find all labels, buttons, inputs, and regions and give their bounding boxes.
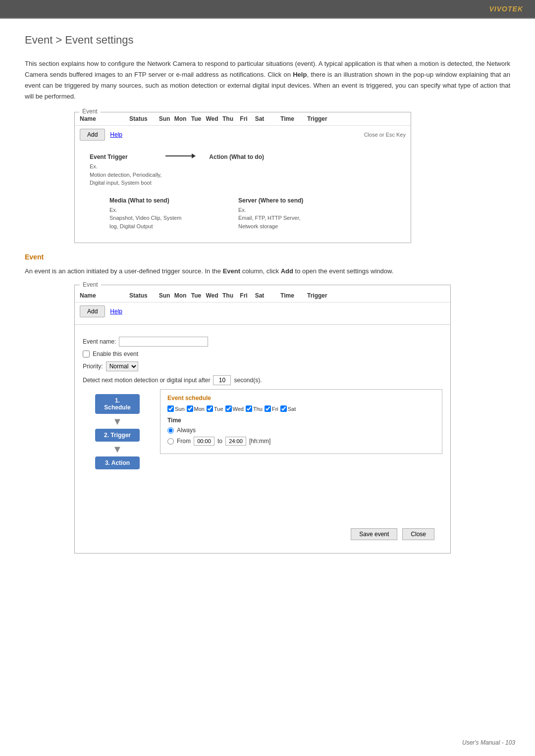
step-3-number: 3. — [105, 459, 111, 466]
b-col-header-thu: Thu — [220, 292, 236, 299]
day-sat-label: Sat — [288, 406, 296, 412]
day-thu: Thu — [246, 405, 263, 412]
intro-bold-help: Help — [293, 71, 307, 78]
day-wed-label: Wed — [233, 406, 244, 412]
from-radio[interactable] — [167, 438, 174, 445]
b-col-header-wed: Wed — [204, 292, 220, 299]
diag-server-box: Server (Where to send) Ex.Email, FTP, HT… — [238, 197, 318, 231]
diag-action-title: Action (What to do) — [209, 153, 278, 160]
always-label: Always — [177, 427, 196, 434]
day-sat-checkbox[interactable] — [280, 405, 287, 412]
day-thu-checkbox[interactable] — [246, 405, 252, 412]
b-col-header-trigger: Trigger — [307, 292, 327, 299]
schedule-col: Event schedule Sun Mon — [152, 389, 442, 523]
event-name-input[interactable] — [119, 337, 208, 347]
day-wed: Wed — [225, 405, 244, 412]
from-to-radio-row: From to [hh:mm] — [167, 437, 435, 446]
to-time-input[interactable] — [225, 437, 246, 446]
time-section-label: Time — [167, 417, 435, 424]
day-thu-label: Thu — [253, 406, 263, 412]
day-tue-checkbox[interactable] — [207, 405, 213, 412]
step-1-schedule-box[interactable]: 1. Schedule — [95, 394, 140, 414]
priority-select[interactable]: Normal — [106, 361, 138, 371]
save-event-button[interactable]: Save event — [351, 528, 397, 540]
top-event-add-row: Add Help Close or Esc Key — [75, 126, 411, 144]
trigger-area — [160, 454, 442, 484]
day-fri-checkbox[interactable] — [265, 405, 271, 412]
enable-event-label: Enable this event — [93, 351, 138, 357]
diag-event-trigger-title: Event Trigger — [90, 153, 161, 160]
to-label: to — [217, 438, 222, 445]
day-sun-checkbox[interactable] — [167, 405, 174, 412]
b-col-header-sat: Sat — [252, 292, 268, 299]
diag-arrow-group — [161, 153, 199, 156]
page-title: Event > Event settings — [25, 34, 510, 47]
always-radio-row: Always — [167, 427, 435, 434]
day-sat: Sat — [280, 405, 296, 412]
b-col-header-name: Name — [80, 292, 129, 299]
day-fri: Fri — [265, 405, 278, 412]
day-fri-label: Fri — [272, 406, 278, 412]
steps-schedule-container: 1. Schedule ▼ 2. Trigger ▼ 3. Action — [83, 389, 442, 523]
top-event-panel-wrapper: Event Name Status Sun Mon Tue Wed Thu Fr… — [74, 112, 510, 243]
action-area — [160, 484, 442, 523]
diag-media-row: Media (What to send) Ex.Snapshot, Video … — [109, 197, 396, 231]
from-label: From — [177, 438, 191, 445]
col-header-fri: Fri — [236, 115, 252, 122]
b-col-header-sun: Sun — [157, 292, 172, 299]
enable-event-row: Enable this event — [83, 351, 442, 357]
from-time-input[interactable] — [194, 437, 214, 446]
b-col-header-fri: Fri — [236, 292, 252, 299]
diag-event-trigger-box: Event Trigger Ex.Motion detection, Perio… — [90, 153, 161, 187]
col-header-trigger: Trigger — [307, 115, 327, 122]
detect-row: Detect next motion detection or digital … — [83, 375, 442, 385]
b-col-header-time: Time — [268, 292, 307, 299]
step-2-number: 2. — [104, 432, 110, 439]
col-header-wed: Wed — [204, 115, 220, 122]
days-row: Sun Mon Tue — [167, 405, 435, 412]
brand-label: VIVOTEK — [489, 5, 523, 13]
diag-event-trigger-ex: Ex.Motion detection, Periodically,Digita… — [90, 162, 161, 187]
step-1-label: Schedule — [104, 404, 130, 411]
bottom-help-button[interactable]: Help — [110, 308, 122, 315]
diagram-area: Event Trigger Ex.Motion detection, Perio… — [75, 144, 411, 243]
top-event-panel: Event Name Status Sun Mon Tue Wed Thu Fr… — [74, 112, 411, 243]
day-mon-checkbox[interactable] — [187, 405, 193, 412]
add-bold: Add — [281, 267, 293, 275]
top-bar: VIVOTEK — [0, 0, 535, 18]
footer-text: User's Manual - 103 — [462, 739, 515, 746]
schedule-box: Event schedule Sun Mon — [160, 389, 442, 454]
day-mon-label: Mon — [194, 406, 205, 412]
col-header-mon: Mon — [172, 115, 188, 122]
schedule-box-title: Event schedule — [167, 395, 435, 402]
top-help-button[interactable]: Help — [110, 131, 122, 138]
day-wed-checkbox[interactable] — [225, 405, 232, 412]
enable-event-checkbox[interactable] — [83, 351, 90, 357]
bottom-add-button[interactable]: Add — [80, 305, 105, 317]
col-header-time: Time — [268, 115, 307, 122]
bottom-event-table-header: Name Status Sun Mon Tue Wed Thu Fri Sat … — [75, 289, 450, 302]
top-add-button[interactable]: Add — [80, 129, 105, 141]
form-buttons: Save event Close — [83, 523, 442, 545]
always-radio[interactable] — [167, 427, 174, 434]
col-header-tue: Tue — [188, 115, 204, 122]
step-col: 1. Schedule ▼ 2. Trigger ▼ 3. Action — [83, 389, 152, 523]
step-3-label: Action — [111, 459, 130, 466]
day-mon: Mon — [187, 405, 205, 412]
detect-value-input[interactable] — [213, 375, 231, 385]
close-button[interactable]: Close — [402, 528, 434, 540]
bottom-event-panel-title: Event — [80, 281, 101, 288]
day-sun: Sun — [167, 405, 185, 412]
bottom-event-add-row: Add Help — [75, 302, 450, 320]
hhmm-label: [hh:mm] — [249, 438, 270, 445]
event-section-heading: Event — [25, 253, 510, 261]
bottom-event-panel-wrapper: Event Name Status Sun Mon Tue Wed Thu Fr… — [25, 285, 510, 554]
form-divider — [75, 324, 450, 325]
diag-arrow-right — [165, 155, 195, 156]
step-1-arrow: ▼ — [112, 414, 122, 429]
priority-row: Priority: Normal — [83, 361, 442, 371]
diag-media-box: Media (What to send) Ex.Snapshot, Video … — [109, 197, 189, 231]
col-header-name: Name — [80, 115, 129, 122]
step-2-trigger-box[interactable]: 2. Trigger — [95, 429, 140, 442]
step-3-action-box[interactable]: 3. Action — [95, 456, 140, 469]
